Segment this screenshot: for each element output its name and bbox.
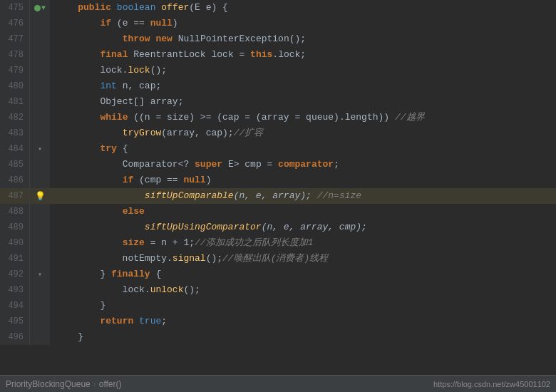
gutter-496 xyxy=(30,329,50,345)
code-editor: 475 ▼ public boolean offer(E e) { 476 if… xyxy=(0,0,556,375)
breadcrumb-separator: › xyxy=(93,379,96,389)
table-row: 478 final ReentrantLock lock = this.lock… xyxy=(0,47,556,63)
status-url: https://blog.csdn.net/zw45001102 xyxy=(433,380,550,388)
code-text: while ((n = size) >= (cap = (array = que… xyxy=(50,110,556,125)
line-number: 492 xyxy=(0,267,30,282)
line-number: 476 xyxy=(0,16,30,31)
gutter-491 xyxy=(30,251,50,267)
table-row: 487 💡 siftUpComparable(n, e, array); //n… xyxy=(0,188,556,204)
code-text: Object[] array; xyxy=(50,94,556,110)
line-number: 489 xyxy=(0,220,30,235)
fold-icon: ▾ xyxy=(38,270,42,279)
gutter-482 xyxy=(30,110,50,125)
code-text: if (e == null) xyxy=(50,16,556,31)
gutter-494 xyxy=(30,298,50,314)
gutter-487: 💡 xyxy=(30,188,50,204)
gutter-484[interactable]: ▾ xyxy=(30,141,50,157)
code-text: siftUpComparable(n, e, array); //n=size xyxy=(50,188,556,204)
line-number: 484 xyxy=(0,141,30,157)
table-row: 480 int n, cap; xyxy=(0,78,556,94)
code-text: lock.lock(); xyxy=(50,63,556,78)
code-text: notEmpty.signal();//唤醒出队(消费者)线程 xyxy=(50,251,556,267)
code-text: } xyxy=(50,329,556,345)
bulb-icon: 💡 xyxy=(35,191,46,202)
gutter-488 xyxy=(30,204,50,220)
gutter-481 xyxy=(30,94,50,110)
gutter-492[interactable]: ▾ xyxy=(30,267,50,282)
line-number: 494 xyxy=(0,298,30,314)
fold-icon: ▾ xyxy=(38,145,42,153)
table-row: 486 if (cmp == null) xyxy=(0,172,556,188)
code-text: Comparator<? super E> cmp = comparator; xyxy=(50,157,556,172)
table-row: 483 tryGrow(array, cap);//扩容 xyxy=(0,125,556,141)
table-row: 482 while ((n = size) >= (cap = (array =… xyxy=(0,110,556,125)
line-number: 486 xyxy=(0,172,30,188)
table-row: 481 Object[] array; xyxy=(0,94,556,110)
line-number: 481 xyxy=(0,94,30,110)
table-row: 477 throw new NullPointerException(); xyxy=(0,31,556,47)
line-number: 477 xyxy=(0,31,30,47)
breadcrumb-method: offer() xyxy=(99,379,122,389)
breadcrumb-class: PriorityBlockingQueue xyxy=(6,379,91,389)
code-text: return true; xyxy=(50,314,556,329)
gutter-477 xyxy=(30,31,50,47)
table-row: 476 if (e == null) xyxy=(0,16,556,31)
gutter-495 xyxy=(30,314,50,329)
code-text: else xyxy=(50,204,556,220)
gutter-479 xyxy=(30,63,50,78)
gutter-493 xyxy=(30,282,50,298)
code-text: tryGrow(array, cap);//扩容 xyxy=(50,125,556,141)
code-text: public boolean offer(E e) { xyxy=(50,0,556,16)
gutter-489 xyxy=(30,220,50,235)
table-row: 485 Comparator<? super E> cmp = comparat… xyxy=(0,157,556,172)
code-text: throw new NullPointerException(); xyxy=(50,31,556,47)
gutter-490 xyxy=(30,235,50,251)
table-row: 493 lock.unlock(); xyxy=(0,282,556,298)
code-text: size = n + 1;//添加成功之后队列长度加1 xyxy=(50,235,556,251)
line-number: 496 xyxy=(0,329,30,345)
code-text: try { xyxy=(50,141,556,157)
breakpoint-icon xyxy=(34,5,41,11)
table-row: 494 } xyxy=(0,298,556,314)
line-number: 487 xyxy=(0,188,30,204)
code-text: int n, cap; xyxy=(50,78,556,94)
gutter-483 xyxy=(30,125,50,141)
gutter-486 xyxy=(30,172,50,188)
table-row: 484 ▾ try { xyxy=(0,141,556,157)
gutter-478 xyxy=(30,47,50,63)
code-lines: 475 ▼ public boolean offer(E e) { 476 if… xyxy=(0,0,556,375)
line-number: 475 xyxy=(0,0,30,16)
arrow-icon: ▼ xyxy=(41,4,46,12)
breadcrumb: PriorityBlockingQueue › offer() xyxy=(6,379,122,389)
table-row: 489 siftUpUsingComparator(n, e, array, c… xyxy=(0,220,556,235)
code-text: lock.unlock(); xyxy=(50,282,556,298)
line-number: 490 xyxy=(0,235,30,251)
line-number: 482 xyxy=(0,110,30,125)
table-row: 490 size = n + 1;//添加成功之后队列长度加1 xyxy=(0,235,556,251)
gutter-480 xyxy=(30,78,50,94)
line-number: 488 xyxy=(0,204,30,220)
table-row: 496 } xyxy=(0,329,556,345)
code-text: } finally { xyxy=(50,267,556,282)
table-row: 491 notEmpty.signal();//唤醒出队(消费者)线程 xyxy=(0,251,556,267)
table-row: 488 else xyxy=(0,204,556,220)
table-row: 475 ▼ public boolean offer(E e) { xyxy=(0,0,556,16)
table-row: 492 ▾ } finally { xyxy=(0,267,556,282)
code-text: final ReentrantLock lock = this.lock; xyxy=(50,47,556,63)
line-number: 480 xyxy=(0,78,30,94)
line-number: 478 xyxy=(0,47,30,63)
table-row: 479 lock.lock(); xyxy=(0,63,556,78)
line-number: 485 xyxy=(0,157,30,172)
code-text: if (cmp == null) xyxy=(50,172,556,188)
gutter-475: ▼ xyxy=(30,0,50,16)
line-number: 479 xyxy=(0,63,30,78)
gutter-476 xyxy=(30,16,50,31)
line-number: 483 xyxy=(0,125,30,141)
line-number: 491 xyxy=(0,251,30,267)
line-number: 495 xyxy=(0,314,30,329)
code-text: } xyxy=(50,298,556,314)
gutter-485 xyxy=(30,157,50,172)
status-bar: PriorityBlockingQueue › offer() https://… xyxy=(0,375,556,392)
table-row: 495 return true; xyxy=(0,314,556,329)
line-number: 493 xyxy=(0,282,30,298)
